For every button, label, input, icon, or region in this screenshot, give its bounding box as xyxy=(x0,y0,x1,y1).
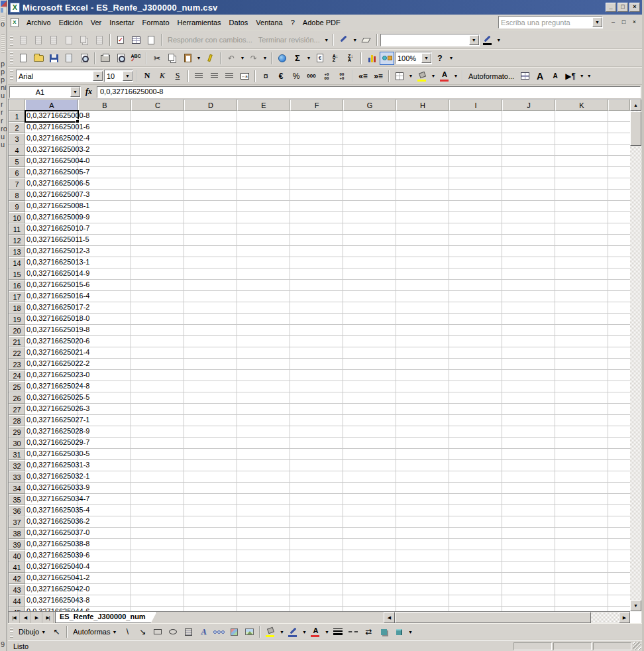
insert-hyperlink-button[interactable] xyxy=(275,52,290,65)
line-color-button[interactable] xyxy=(286,625,300,638)
merge-center-button[interactable]: ↔a xyxy=(237,70,252,83)
dash-style-button[interactable] xyxy=(346,625,360,638)
row-cells[interactable]: 0,0,32716625038-8 xyxy=(25,539,630,550)
decrease-indent-button[interactable]: «≡ xyxy=(356,70,370,83)
column-header-H[interactable]: H xyxy=(396,99,449,111)
3d-style-button[interactable] xyxy=(392,625,406,638)
italic-button[interactable]: K xyxy=(155,70,170,83)
row-header-36[interactable]: 36 xyxy=(9,505,25,516)
row-cells[interactable]: 0,0,32716625011-5 xyxy=(25,235,630,246)
cut-button[interactable]: ✂ xyxy=(150,52,164,65)
row-header-27[interactable]: 27 xyxy=(9,404,25,415)
column-header-B[interactable]: B xyxy=(78,99,131,111)
toolbar-grip[interactable] xyxy=(10,626,13,638)
resize-grip[interactable] xyxy=(633,642,641,650)
row-header-8[interactable]: 8 xyxy=(9,190,25,201)
title-bar[interactable]: X Microsoft Excel - ES_Renfe_J300000_num… xyxy=(8,0,642,15)
row-header-42[interactable]: 42 xyxy=(9,573,25,584)
ink-color-dropdown[interactable]: ▼ xyxy=(496,33,502,46)
font-color-dropdown[interactable]: ▼ xyxy=(323,625,330,638)
font-color-dropdown[interactable]: ▼ xyxy=(453,70,459,83)
row-cells[interactable]: 0,0,32716625013-1 xyxy=(25,257,630,268)
chevron-down-icon[interactable]: ▼ xyxy=(421,53,431,63)
menu-item-datos[interactable]: Datos xyxy=(225,17,252,28)
row-header-9[interactable]: 9 xyxy=(9,201,25,212)
select-objects-button[interactable]: ↖ xyxy=(49,625,64,638)
row-header-7[interactable]: 7 xyxy=(9,178,25,190)
row-header-44[interactable]: 44 xyxy=(9,595,25,607)
text-direction-dropdown[interactable]: ▼ xyxy=(578,70,585,83)
increase-decimal-button[interactable]: +000 xyxy=(319,70,334,83)
autosum-dropdown[interactable]: ▼ xyxy=(305,52,312,65)
autoformat-button[interactable]: Autoformato... xyxy=(466,70,517,83)
toolbar-grip[interactable] xyxy=(10,70,13,82)
row-header-2[interactable]: 2 xyxy=(9,122,25,133)
row-header-11[interactable]: 11 xyxy=(9,223,25,235)
row-header-33[interactable]: 33 xyxy=(9,471,25,483)
new-button[interactable] xyxy=(16,52,30,65)
row-cells[interactable]: 0,0,32716625008-1 xyxy=(25,201,630,212)
clip-art-button[interactable] xyxy=(227,625,241,638)
row-header-32[interactable]: 32 xyxy=(9,460,25,471)
column-header-J[interactable]: J xyxy=(502,99,555,111)
paste-options-dropdown[interactable]: ▼ xyxy=(195,52,202,65)
insert-function-icon[interactable]: fx xyxy=(81,87,97,97)
menu-item-ver[interactable]: Ver xyxy=(87,17,106,28)
save-button[interactable] xyxy=(46,52,61,65)
font-combo[interactable]: Arial ▼ xyxy=(16,70,103,82)
row-cells[interactable]: 0,0,32716625020-6 xyxy=(25,336,630,347)
fill-color-button[interactable] xyxy=(263,625,278,638)
row-cells[interactable]: 0,0,32716625016-4 xyxy=(25,291,630,302)
currency-style-button[interactable]: ¤ xyxy=(258,70,273,83)
scroll-up-button[interactable]: ▲ xyxy=(630,99,641,111)
sort-ascending-button[interactable]: A↓Z xyxy=(328,52,343,65)
row-cells[interactable]: 0,0,32716625026-3 xyxy=(25,404,630,415)
zoom-combo[interactable]: 100% ▼ xyxy=(395,52,432,64)
row-header-43[interactable]: 43 xyxy=(9,584,25,595)
open-button[interactable] xyxy=(31,52,46,65)
row-cells[interactable]: 0,0,32716625042-0 xyxy=(25,584,630,595)
horizontal-scrollbar[interactable]: ◀ ▶ xyxy=(384,612,630,623)
previous-comment-button[interactable] xyxy=(31,33,46,46)
rectangle-button[interactable] xyxy=(150,625,165,638)
comma-style-button[interactable]: 000 xyxy=(304,70,319,83)
row-header-10[interactable]: 10 xyxy=(9,212,25,223)
row-header-39[interactable]: 39 xyxy=(9,539,25,550)
menu-item-ventana[interactable]: Ventana xyxy=(252,17,286,28)
doc-minimize-button[interactable]: – xyxy=(608,18,618,27)
row-cells[interactable]: 0,0,32716625019-8 xyxy=(25,325,630,336)
column-header-C[interactable]: C xyxy=(131,99,184,111)
line-style-combo[interactable]: ▼ xyxy=(380,34,480,46)
row-cells[interactable]: 0,0,32716625028-9 xyxy=(25,426,630,438)
row-cells[interactable]: 0,0,32716625006-5 xyxy=(25,178,630,190)
row-cells[interactable]: 0,0,32716625004-0 xyxy=(25,156,630,167)
row-header-19[interactable]: 19 xyxy=(9,314,25,325)
row-cells[interactable]: 0,0,32716625012-3 xyxy=(25,246,630,257)
row-header-25[interactable]: 25 xyxy=(9,381,25,392)
menu-item-archivo[interactable]: Archivo xyxy=(23,17,55,28)
ask-question-input[interactable] xyxy=(499,19,592,27)
row-header-37[interactable]: 37 xyxy=(9,516,25,528)
row-cells[interactable]: 0,0,32716625018-0 xyxy=(25,314,630,325)
copy-button[interactable] xyxy=(165,52,180,65)
row-cells[interactable]: 0,0,32716625029-7 xyxy=(25,438,630,449)
print-button[interactable] xyxy=(98,52,113,65)
row-header-29[interactable]: 29 xyxy=(9,426,25,438)
row-cells[interactable]: 0,0,32716625036-2 xyxy=(25,516,630,528)
row-cells[interactable]: 0,0,32716625009-9 xyxy=(25,212,630,223)
chart-wizard-button[interactable] xyxy=(364,52,379,65)
arrow-style-button[interactable]: ⇄ xyxy=(361,625,376,638)
row-header-28[interactable]: 28 xyxy=(9,415,25,426)
row-header-5[interactable]: 5 xyxy=(9,156,25,167)
row-header-40[interactable]: 40 xyxy=(9,550,25,562)
select-all-corner[interactable] xyxy=(9,99,25,111)
format-painter-button[interactable] xyxy=(203,52,217,65)
mail-button[interactable] xyxy=(62,52,76,65)
name-box[interactable]: A1 ▼ xyxy=(9,86,81,98)
row-cells[interactable]: 0,0,32716625010-7 xyxy=(25,223,630,235)
row-header-24[interactable]: 24 xyxy=(9,370,25,381)
close-button[interactable]: × xyxy=(629,3,640,12)
text-box-button[interactable] xyxy=(181,625,195,638)
formula-input[interactable]: 0,0,32716625000-8 xyxy=(97,86,641,98)
maximize-button[interactable]: □ xyxy=(617,3,628,12)
